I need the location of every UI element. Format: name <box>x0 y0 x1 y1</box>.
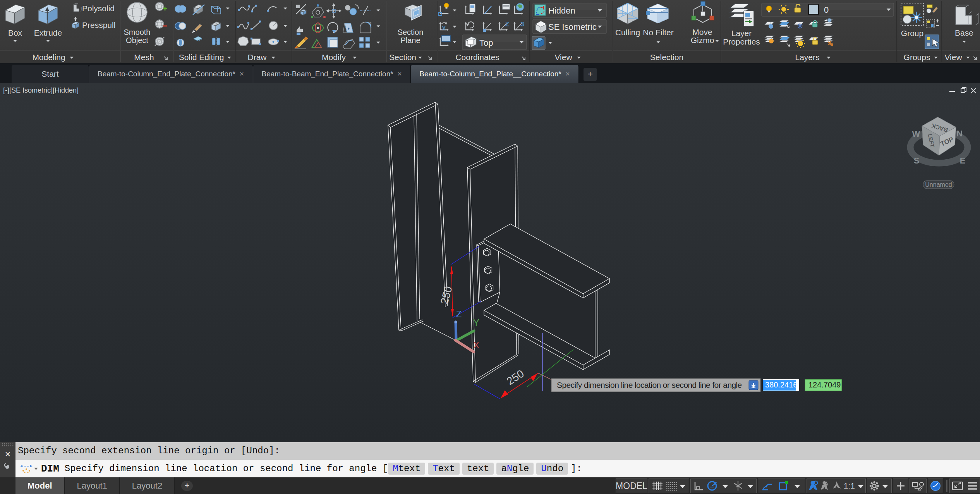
svg-text:W: W <box>912 129 920 139</box>
svg-text:S: S <box>914 156 920 165</box>
svg-text:SE Isometric: SE Isometric <box>548 22 597 32</box>
svg-text:View: View <box>944 53 962 62</box>
svg-text:Move: Move <box>692 28 712 36</box>
svg-text:Y: Y <box>473 317 479 328</box>
svg-text:Section: Section <box>398 28 424 36</box>
svg-text:Layers: Layers <box>795 53 819 62</box>
svg-text:N: N <box>956 129 963 138</box>
svg-text:Unnamed: Unnamed <box>925 181 952 188</box>
svg-text:[-][SE Isometric][Hidden]: [-][SE Isometric][Hidden] <box>3 86 79 94</box>
svg-text:380.2416: 380.2416 <box>765 380 797 389</box>
svg-text:Layer: Layer <box>731 29 752 38</box>
svg-text:View: View <box>554 53 572 62</box>
svg-text:Smooth: Smooth <box>124 28 151 36</box>
svg-text:Modeling: Modeling <box>32 53 65 62</box>
svg-text:Presspull: Presspull <box>82 21 115 29</box>
svg-text:Z: Z <box>456 309 462 319</box>
svg-text:Base: Base <box>955 28 973 37</box>
svg-text:Top: Top <box>479 38 493 48</box>
svg-text:Draw: Draw <box>247 53 267 62</box>
svg-text:Specify dimension line locatio: Specify dimension line location or secon… <box>557 380 742 389</box>
svg-text:3: 3 <box>520 21 524 28</box>
svg-text:Box: Box <box>8 28 22 37</box>
svg-text:Gizmo: Gizmo <box>691 36 714 45</box>
svg-text:Culling: Culling <box>615 28 640 37</box>
svg-text:Polysolid: Polysolid <box>82 4 115 13</box>
svg-text:250: 250 <box>505 367 526 387</box>
svg-text:Group: Group <box>901 29 923 38</box>
svg-text:0: 0 <box>824 5 829 15</box>
svg-text:Properties: Properties <box>723 37 760 46</box>
svg-text:Selection: Selection <box>650 53 683 62</box>
svg-text:X: X <box>442 25 446 31</box>
svg-text:Modify: Modify <box>322 53 346 62</box>
svg-text:Extrude: Extrude <box>34 28 62 37</box>
svg-text:Solid Editing: Solid Editing <box>179 53 224 62</box>
svg-text:Section: Section <box>389 53 416 62</box>
svg-text:E: E <box>960 156 966 165</box>
svg-text:Hidden: Hidden <box>548 6 575 15</box>
svg-text:Plane: Plane <box>400 36 420 45</box>
svg-text:Groups: Groups <box>904 53 930 62</box>
svg-text:Coordinates: Coordinates <box>455 53 499 62</box>
svg-text:Z: Z <box>505 21 509 28</box>
svg-text:Object: Object <box>126 36 148 45</box>
svg-text:X: X <box>473 340 479 350</box>
svg-text:Mesh: Mesh <box>134 53 154 62</box>
svg-text:No Filter: No Filter <box>643 28 673 37</box>
svg-text:124.7049: 124.7049 <box>808 380 841 389</box>
